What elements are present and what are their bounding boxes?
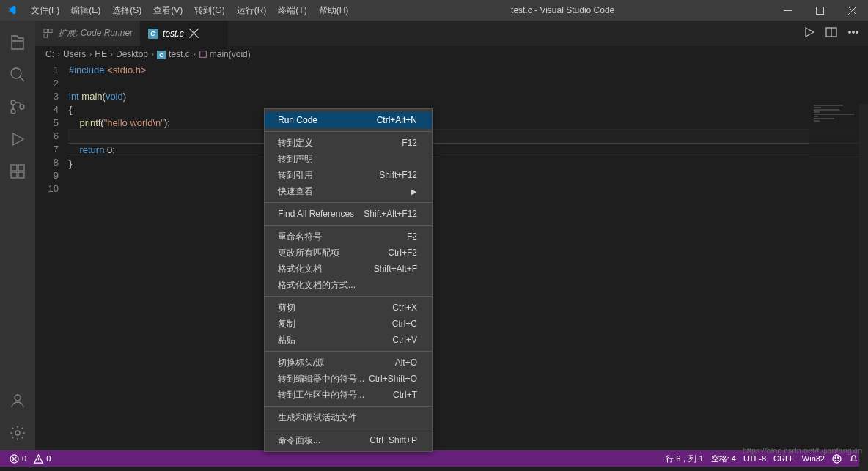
context-menu-item[interactable]: 转到引用Shift+F12 (265, 167, 432, 183)
activity-bar (0, 21, 35, 450)
context-menu-item[interactable]: 转到定义F12 (265, 135, 432, 151)
close-button[interactable] (836, 7, 868, 15)
svg-point-23 (853, 31, 855, 33)
editor-area: 扩展: Code RunnerCtest.c C:›Users›HE›Deskt… (35, 21, 868, 450)
menu-separator (265, 225, 432, 226)
extensions-icon[interactable] (0, 157, 35, 186)
menu-item-label: 转到声明 (278, 153, 313, 166)
context-menu-item[interactable]: 剪切Ctrl+X (265, 300, 432, 316)
context-menu: Run CodeCtrl+Alt+N转到定义F12转到声明转到引用Shift+F… (264, 108, 433, 452)
breadcrumb-item[interactable]: Desktop (116, 49, 148, 59)
menu-item[interactable]: 终端(T) (272, 0, 312, 21)
status-eol[interactable]: CRLF (770, 454, 798, 463)
c-file-icon: C (147, 28, 158, 39)
context-menu-item[interactable]: 转到编辑器中的符号...Ctrl+Shift+O (265, 371, 432, 387)
menu-separator (265, 296, 432, 297)
breadcrumb-item[interactable]: C: (45, 49, 54, 59)
context-menu-item[interactable]: 更改所有匹配项Ctrl+F2 (265, 245, 432, 261)
status-cursor[interactable]: 行 6，列 1 (662, 453, 707, 464)
menu-shortcut: Ctrl+Shift+P (369, 435, 417, 445)
tab-bar: 扩展: Code RunnerCtest.c (35, 21, 868, 46)
menu-item[interactable]: 文件(F) (25, 0, 65, 21)
breadcrumb-item[interactable]: Users (63, 49, 86, 59)
context-menu-item[interactable]: Find All ReferencesShift+Alt+F12 (265, 206, 432, 222)
minimize-button[interactable] (771, 7, 803, 15)
breadcrumb[interactable]: C:›Users›HE›Desktop›Ctest.c›main(void) (35, 46, 868, 62)
menu-shortcut: F2 (407, 231, 417, 242)
status-spaces[interactable]: 空格: 4 (707, 453, 740, 464)
status-errors[interactable]: 0 (6, 454, 30, 464)
context-menu-item[interactable]: 转到工作区中的符号...Ctrl+T (265, 387, 432, 403)
context-menu-item[interactable]: 格式化文档Shift+Alt+F (265, 261, 432, 277)
maximize-button[interactable] (803, 7, 836, 15)
menu-separator (265, 429, 432, 429)
svg-point-31 (835, 456, 836, 457)
account-icon[interactable] (0, 386, 35, 415)
svg-point-13 (15, 395, 21, 401)
svg-point-8 (20, 105, 24, 109)
menu-item[interactable]: 帮助(H) (313, 0, 355, 21)
status-warnings[interactable]: 0 (30, 454, 54, 464)
menu-item[interactable]: 编辑(E) (65, 0, 106, 21)
submenu-arrow-icon: ▶ (411, 188, 417, 196)
breadcrumb-item[interactable]: Ctest.c (157, 49, 190, 60)
scrollbar[interactable] (859, 104, 868, 471)
context-menu-item[interactable]: 生成和调试活动文件 (265, 409, 432, 426)
close-tab-icon[interactable] (188, 28, 199, 39)
svg-point-6 (11, 100, 15, 105)
status-bar: 0 0 行 6，列 1 空格: 4 UTF-8 CRLF Win32 (0, 450, 868, 467)
context-menu-item[interactable]: 复制Ctrl+C (265, 316, 432, 332)
menu-separator (265, 406, 432, 407)
menu-item-label: 粘贴 (278, 334, 295, 346)
search-icon[interactable] (0, 60, 35, 89)
svg-point-4 (11, 68, 21, 78)
menu-separator (265, 351, 432, 352)
menu-item-label: 格式化文档的方式... (278, 279, 356, 292)
context-menu-item[interactable]: 快速查看▶ (265, 183, 432, 199)
line-gutter: 12345678910 (35, 62, 69, 450)
status-lang[interactable]: Win32 (798, 454, 828, 463)
svg-point-32 (838, 456, 839, 457)
breadcrumb-item[interactable]: HE (95, 49, 107, 59)
context-menu-item[interactable]: 格式化文档的方式... (265, 277, 432, 293)
split-editor-icon[interactable] (825, 26, 837, 41)
status-encoding[interactable]: UTF-8 (740, 454, 770, 463)
context-menu-item[interactable]: 命令面板...Ctrl+Shift+P (265, 432, 432, 448)
menu-item[interactable]: 运行(R) (231, 0, 273, 21)
tab-label: test.c (163, 29, 184, 39)
svg-rect-16 (48, 29, 52, 33)
context-menu-item[interactable]: 切换标头/源Alt+O (265, 355, 432, 371)
tab[interactable]: Ctest.c (140, 21, 228, 46)
svg-rect-9 (11, 165, 17, 171)
svg-point-30 (833, 454, 841, 462)
more-icon[interactable] (847, 26, 859, 41)
menu-shortcut: Ctrl+C (392, 319, 417, 329)
menu-item[interactable]: 查看(V) (147, 0, 188, 21)
menu-item-label: 转到工作区中的符号... (278, 389, 364, 401)
tab-label: 扩展: Code Runner (58, 27, 133, 40)
menu-item[interactable]: 转到(G) (188, 0, 230, 21)
context-menu-item[interactable]: 重命名符号F2 (265, 229, 432, 245)
menu-item[interactable]: 选择(S) (106, 0, 147, 21)
menu-item-label: 复制 (278, 318, 295, 330)
menu-separator (265, 202, 432, 203)
menu-item-label: 更改所有匹配项 (278, 247, 339, 259)
source-control-icon[interactable] (0, 92, 35, 122)
settings-gear-icon[interactable] (0, 418, 35, 448)
context-menu-item[interactable]: 粘贴Ctrl+V (265, 332, 432, 348)
status-feedback-icon[interactable] (828, 454, 845, 464)
context-menu-item[interactable]: Run CodeCtrl+Alt+N (265, 112, 432, 128)
menu-item-label: 生成和调试活动文件 (278, 412, 357, 424)
menu-item-label: 格式化文档 (278, 263, 322, 275)
tab[interactable]: 扩展: Code Runner (35, 21, 140, 46)
svg-point-22 (849, 31, 851, 33)
explorer-icon[interactable] (0, 28, 35, 57)
menu-item-label: Run Code (278, 115, 317, 125)
breadcrumb-item[interactable]: main(void) (199, 49, 251, 59)
context-menu-item[interactable]: 转到声明 (265, 151, 432, 167)
code-content[interactable]: #include <stdio.h> int main(void){ print… (69, 62, 868, 450)
run-debug-icon[interactable] (0, 125, 35, 154)
svg-point-14 (15, 431, 20, 435)
code-editor[interactable]: 12345678910 #include <stdio.h> int main(… (35, 62, 868, 450)
run-icon[interactable] (803, 26, 815, 41)
